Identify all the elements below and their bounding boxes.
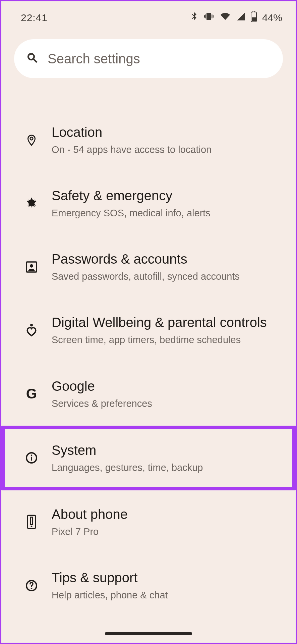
search-input[interactable]: Search settings (14, 39, 283, 78)
item-subtitle: Emergency SOS, medical info, alerts (52, 207, 279, 220)
item-about-phone[interactable]: About phone Pixel 7 Pro (1, 490, 296, 554)
svg-point-9 (31, 526, 33, 527)
item-safety-emergency[interactable]: Safety & emergency Emergency SOS, medica… (1, 172, 296, 235)
svg-point-11 (31, 588, 32, 589)
search-icon (26, 52, 39, 66)
item-title: Safety & emergency (52, 187, 279, 204)
highlight-system: System Languages, gestures, time, backup (1, 426, 296, 490)
item-title: Digital Wellbeing & parental controls (52, 314, 279, 331)
item-title: Passwords & accounts (52, 251, 279, 267)
item-subtitle: Help articles, phone & chat (52, 589, 279, 602)
item-subtitle: Pixel 7 Pro (52, 525, 279, 538)
system-icon (11, 451, 52, 465)
status-time: 22:41 (21, 12, 48, 23)
item-title: Tips & support (52, 569, 279, 586)
search-placeholder: Search settings (48, 51, 140, 66)
battery-percentage: 44% (262, 12, 282, 23)
status-icons: 44% (190, 11, 282, 24)
item-title: About phone (52, 506, 279, 523)
item-tips-support[interactable]: Tips & support Help articles, phone & ch… (1, 554, 296, 617)
svg-rect-0 (252, 17, 256, 21)
google-icon: G (11, 386, 52, 402)
phone-icon (11, 515, 52, 529)
vibrate-icon (203, 12, 215, 23)
signal-icon (236, 12, 246, 23)
item-subtitle: Screen time, app timers, bedtime schedul… (52, 333, 279, 346)
item-system[interactable]: System Languages, gestures, time, backup (5, 429, 292, 487)
item-subtitle: On - 54 apps have access to location (52, 143, 279, 156)
item-title: Google (52, 378, 279, 394)
item-subtitle: Saved passwords, autofill, synced accoun… (52, 270, 279, 283)
wellbeing-icon (11, 323, 52, 338)
status-bar: 22:41 44% (1, 1, 296, 31)
emergency-icon (11, 197, 52, 210)
item-passwords-accounts[interactable]: Passwords & accounts Saved passwords, au… (1, 235, 296, 299)
settings-list: Location On - 54 apps have access to loc… (1, 108, 296, 617)
svg-rect-8 (31, 517, 33, 525)
item-location[interactable]: Location On - 54 apps have access to loc… (1, 108, 296, 172)
svg-point-6 (31, 455, 32, 456)
navigation-handle[interactable] (105, 632, 192, 635)
item-subtitle: Languages, gestures, time, backup (52, 461, 279, 474)
bluetooth-icon (190, 11, 198, 24)
item-title: System (52, 442, 279, 459)
battery-icon (251, 11, 257, 24)
wifi-icon (219, 12, 231, 23)
item-google[interactable]: G Google Services & preferences (1, 362, 296, 426)
item-subtitle: Services & preferences (52, 397, 279, 410)
item-title: Location (52, 124, 279, 141)
item-digital-wellbeing[interactable]: Digital Wellbeing & parental controls Sc… (1, 299, 296, 362)
location-icon (11, 133, 52, 148)
svg-point-3 (30, 324, 33, 326)
help-icon (11, 579, 52, 592)
svg-point-2 (30, 264, 33, 268)
svg-rect-5 (31, 457, 32, 461)
accounts-icon (11, 260, 52, 274)
